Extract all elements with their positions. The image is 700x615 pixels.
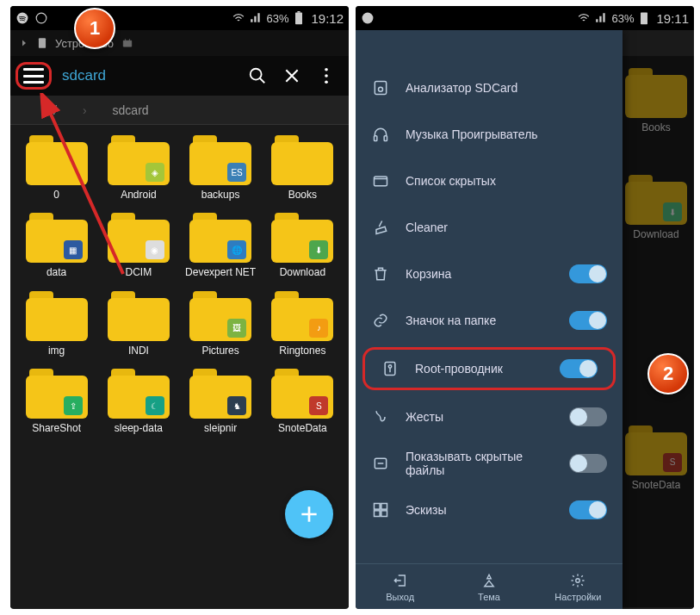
path-label[interactable]: sdcard	[62, 67, 240, 84]
folder-icon: ES	[189, 135, 251, 185]
svg-rect-10	[641, 13, 647, 25]
snote-icon: S	[309, 396, 328, 415]
drawer-item-link[interactable]: Значок на папке	[356, 297, 623, 344]
plus-icon	[298, 503, 320, 525]
drawer-item-folder-hidden[interactable]: Список скрытых	[356, 158, 623, 204]
toggle[interactable]	[569, 500, 607, 519]
folder-label: Books	[288, 189, 317, 201]
folder-item[interactable]: ESbackups	[182, 132, 260, 204]
folder-item[interactable]: INDI	[99, 288, 177, 360]
folder-icon	[271, 135, 333, 185]
label: Тема	[478, 592, 500, 602]
menu-button[interactable]	[15, 62, 52, 90]
drawer-label: Эскизы	[406, 503, 554, 517]
dots-icon	[324, 67, 329, 84]
folder-item[interactable]: ⇪ShareShot	[17, 365, 96, 438]
toggle[interactable]	[569, 454, 607, 473]
battery-text: 63%	[611, 12, 634, 25]
horse-icon: ♞	[227, 396, 246, 415]
folder-icon: ⬇	[271, 213, 333, 263]
folder-icon: 🌐	[189, 213, 251, 263]
drawer-item-root[interactable]: Root-проводник	[362, 347, 616, 390]
svg-rect-15	[375, 177, 387, 186]
folder-item[interactable]: ♪Ringtones	[263, 288, 342, 360]
folder-icon: S	[271, 369, 333, 419]
drawer-bottom-settings[interactable]: Настройки	[534, 564, 623, 609]
toggle[interactable]	[569, 264, 607, 283]
svg-point-17	[388, 365, 391, 368]
folder-hidden-icon	[371, 171, 390, 190]
signal-icon	[594, 11, 608, 25]
status-bar: 63% 19:12	[10, 6, 349, 30]
close-button[interactable]	[275, 59, 309, 93]
battery-text: 63%	[266, 12, 288, 25]
search-button[interactable]	[240, 59, 275, 93]
folder-icon	[108, 291, 170, 341]
toggle[interactable]	[569, 407, 607, 426]
search-icon	[248, 66, 267, 85]
drawer-item-broom[interactable]: Cleaner	[356, 204, 623, 251]
svg-point-1	[36, 13, 46, 23]
svg-rect-2	[295, 13, 302, 25]
android-tab-icon	[121, 36, 134, 50]
drawer-bottom: ВыходТемаНастройки	[356, 563, 623, 609]
drawer-label: Корзина	[406, 267, 554, 281]
folder-item: ⬇Download	[622, 171, 691, 244]
svg-rect-19	[375, 504, 381, 510]
folder-icon: 🖼	[189, 291, 251, 341]
drawer-item-headphones[interactable]: Музыка Проигрыватель	[356, 111, 623, 158]
ring-icon: ♪	[309, 319, 328, 338]
toggle[interactable]	[569, 311, 607, 330]
sdcard-icon	[371, 78, 390, 97]
svg-point-23	[576, 579, 580, 583]
folder-item[interactable]: ☾sleep-data	[99, 365, 177, 438]
toggle[interactable]	[560, 359, 598, 378]
drawer-list: Анализатор SDCardМузыка ПроигрывательСпи…	[356, 30, 623, 563]
drawer-label: Значок на папке	[406, 314, 554, 327]
annotation-arrow	[33, 93, 136, 291]
nav-drawer[interactable]: Анализатор SDCardМузыка ПроигрывательСпи…	[356, 30, 623, 609]
drawer-label: Root-проводник	[415, 362, 544, 376]
drawer-bottom-exit[interactable]: Выход	[356, 564, 444, 609]
folder-label: sleipnir	[204, 422, 237, 434]
folder-item[interactable]: Books	[263, 132, 342, 204]
folder-label: sleep-data	[115, 422, 163, 434]
label: Выход	[386, 592, 414, 602]
folder-item[interactable]: ⬇Download	[263, 209, 342, 282]
folder-item[interactable]: 🌐Devexpert NET	[182, 209, 260, 282]
folder-icon: ♪	[271, 291, 333, 341]
folder-label: INDI	[128, 345, 149, 357]
clock-text: 19:11	[656, 11, 689, 26]
close-icon	[283, 67, 300, 84]
headphones-icon	[371, 125, 390, 144]
drawer-item-sdcard[interactable]: Анализатор SDCard	[356, 65, 623, 111]
folder-item[interactable]: 🖼Pictures	[182, 288, 260, 360]
es-icon: ES	[227, 163, 246, 182]
theme-icon	[481, 573, 497, 588]
drawer-item-show-hidden[interactable]: Показывать скрытые файлы	[356, 440, 623, 487]
spotify-icon	[15, 11, 29, 25]
drawer-item-thumbnails[interactable]: Эскизы	[356, 487, 623, 533]
gesture-icon	[371, 407, 390, 426]
overflow-button[interactable]	[309, 59, 344, 93]
settings-icon	[570, 573, 585, 588]
svg-point-7	[325, 74, 328, 78]
folder-item[interactable]: SSnoteData	[263, 365, 342, 438]
battery-icon	[292, 11, 306, 25]
drawer-item-trash[interactable]: Корзина	[356, 251, 623, 297]
globe-icon: 🌐	[227, 240, 246, 259]
tab-strip: Устройство	[10, 30, 349, 56]
svg-point-9	[362, 13, 374, 24]
hamburger-icon	[23, 68, 44, 84]
folder-label: img	[48, 345, 65, 357]
drawer-bottom-theme[interactable]: Тема	[444, 564, 533, 609]
thumbnails-icon	[371, 500, 390, 519]
trash-icon	[371, 264, 390, 283]
clock-text: 19:12	[311, 11, 344, 26]
fab-add[interactable]	[285, 490, 333, 538]
drawer-item-gesture[interactable]: Жесты	[356, 394, 623, 440]
drawer-label: Жесты	[406, 410, 554, 424]
folder-label: Download	[280, 266, 325, 278]
folder-item[interactable]: ♞sleipnir	[182, 365, 260, 438]
folder-item[interactable]: img	[17, 288, 96, 360]
